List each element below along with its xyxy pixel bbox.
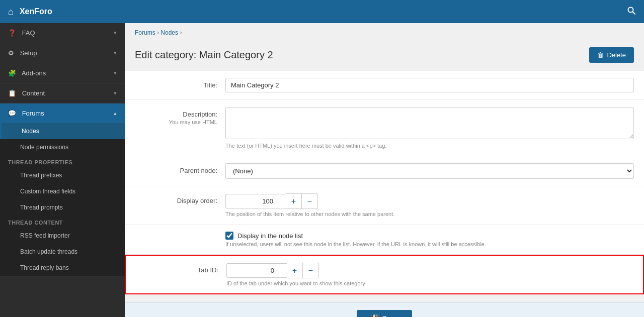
sidebar-item-addons[interactable]: 🧩 Add-ons ▾ — [0, 63, 125, 83]
breadcrumb-nodes[interactable]: Nodes — [160, 29, 178, 36]
content-icon: 📋 — [8, 89, 16, 97]
sidebar-item-thread-prefixes[interactable]: Thread prefixes — [0, 167, 125, 183]
faq-icon: ❓ — [8, 29, 16, 37]
form-row-display-in-node-list: Display in the node list If unselected, … — [125, 225, 644, 255]
sidebar-section-forums: 💬 Forums ▴ Nodes Node permissions Thread… — [0, 103, 125, 276]
save-button[interactable]: 💾 Save — [357, 310, 413, 317]
display-in-node-list-hint: If unselected, users will not see this n… — [225, 241, 486, 247]
parent-node-select[interactable]: (None) — [225, 163, 634, 179]
chevron-down-icon: ▾ — [114, 50, 117, 56]
app-title: XenForo — [20, 7, 52, 16]
description-label: Description: You may use HTML — [135, 107, 225, 125]
form-row-display-order: Display order: + − The position of this … — [125, 186, 644, 225]
breadcrumb-forums[interactable]: Forums — [135, 29, 155, 36]
display-order-stepper: + − — [225, 193, 634, 209]
sidebar-item-custom-thread-fields[interactable]: Custom thread fields — [0, 183, 125, 199]
search-icon[interactable] — [627, 6, 636, 17]
sidebar-item-setup[interactable]: ⚙ Setup ▾ — [0, 43, 125, 63]
sidebar-item-content[interactable]: 📋 Content ▾ — [0, 83, 125, 103]
display-in-node-list-checkbox[interactable] — [225, 232, 233, 240]
svg-line-1 — [633, 12, 635, 15]
save-icon: 💾 — [371, 314, 379, 317]
breadcrumb: Forums › Nodes › — [125, 23, 644, 42]
description-hint: The text (or HTML) you insert here must … — [225, 143, 634, 149]
addons-icon: 🧩 — [8, 69, 16, 77]
chevron-up-icon: ▴ — [114, 110, 117, 117]
top-nav: ⌂ XenForo — [0, 0, 644, 23]
display-order-decrement[interactable]: − — [302, 193, 318, 209]
thread-properties-header: Thread properties — [0, 155, 125, 167]
display-order-hint: The position of this item relative to ot… — [225, 211, 634, 217]
tab-id-increment[interactable]: + — [287, 263, 303, 278]
setup-icon: ⚙ — [8, 49, 14, 57]
title-label: Title: — [135, 78, 225, 89]
sidebar-item-batch-update-threads[interactable]: Batch update threads — [0, 244, 125, 260]
display-order-input[interactable] — [225, 194, 286, 208]
delete-button[interactable]: 🗑 Delete — [589, 47, 634, 63]
sidebar-item-forums[interactable]: 💬 Forums ▴ — [0, 103, 125, 123]
sidebar: ❓ FAQ ▾ ⚙ Setup ▾ 🧩 Add-ons — [0, 23, 125, 317]
save-section: 💾 Save — [125, 302, 644, 317]
display-order-label: Display order: — [135, 193, 225, 204]
page-header: Edit category: Main Category 2 🗑 Delete — [125, 42, 644, 71]
form-row-title: Title: — [125, 71, 644, 100]
sidebar-section-addons: 🧩 Add-ons ▾ — [0, 63, 125, 83]
sidebar-section-setup: ⚙ Setup ▾ — [0, 43, 125, 63]
display-order-increment[interactable]: + — [286, 193, 302, 209]
chevron-down-icon: ▾ — [114, 30, 117, 36]
sidebar-item-faq[interactable]: ❓ FAQ ▾ — [0, 23, 125, 43]
sidebar-item-nodes[interactable]: Nodes — [0, 123, 125, 139]
title-input[interactable] — [225, 78, 634, 92]
form-row-description: Description: You may use HTML The text (… — [125, 100, 644, 156]
tab-id-stepper: + − — [226, 263, 633, 278]
description-textarea[interactable] — [225, 107, 634, 139]
page-title: Edit category: Main Category 2 — [135, 49, 273, 61]
display-in-node-list-label[interactable]: Display in the node list — [225, 232, 486, 240]
parent-node-label: Parent node: — [135, 163, 225, 174]
form-row-parent-node: Parent node: (None) — [125, 156, 644, 186]
forums-icon: 💬 — [8, 110, 16, 117]
sidebar-item-thread-reply-bans[interactable]: Thread reply bans — [0, 260, 125, 276]
home-icon[interactable]: ⌂ — [8, 7, 14, 17]
sidebar-item-node-permissions[interactable]: Node permissions — [0, 139, 125, 155]
tab-id-hint: ID of the tab under which you want to sh… — [226, 280, 633, 286]
sidebar-section-content: 📋 Content ▾ — [0, 83, 125, 103]
sidebar-item-rss-feed-importer[interactable]: RSS feed importer — [0, 228, 125, 244]
highlighted-tab-id-section: Tab ID: + − ID of the tab under which yo… — [125, 255, 644, 294]
chevron-down-icon: ▾ — [114, 90, 117, 96]
tab-id-input[interactable] — [226, 263, 287, 278]
thread-content-header: Thread content — [0, 216, 125, 228]
tab-id-label: Tab ID: — [136, 263, 226, 274]
main-content: Forums › Nodes › Edit category: Main Cat… — [125, 23, 644, 317]
form-row-tab-id: Tab ID: + − ID of the tab under which yo… — [126, 256, 643, 293]
sidebar-item-thread-prompts[interactable]: Thread prompts — [0, 199, 125, 216]
tab-id-decrement[interactable]: − — [303, 263, 319, 278]
delete-icon: 🗑 — [597, 51, 604, 59]
chevron-down-icon: ▾ — [114, 70, 117, 76]
form-card: Title: Description: You may use HTML The… — [125, 71, 644, 294]
sidebar-section-faq: ❓ FAQ ▾ — [0, 23, 125, 43]
